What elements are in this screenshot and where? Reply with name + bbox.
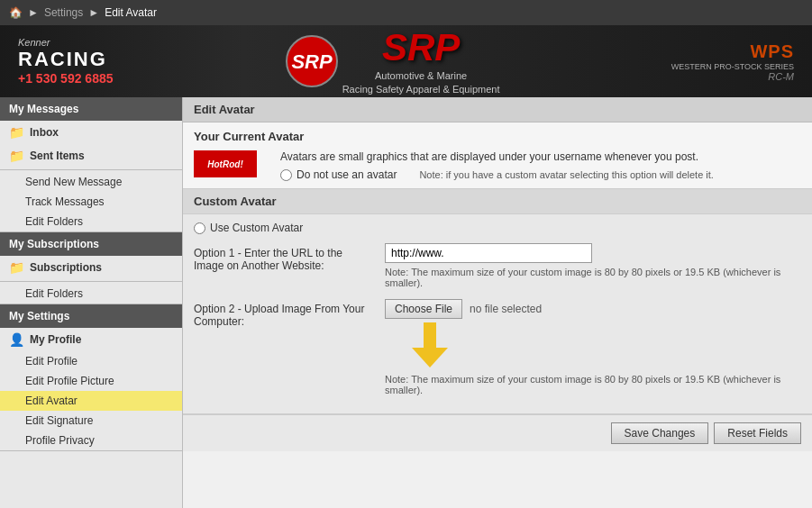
sidebar-item-profile-privacy[interactable]: Profile Privacy xyxy=(0,431,182,450)
sidebar-item-track-messages[interactable]: Track Messages xyxy=(0,192,182,212)
home-icon[interactable]: 🏠 xyxy=(9,6,23,19)
banner-wps-sub: WESTERN PRO-STOCK SERIES xyxy=(671,62,794,71)
divider1 xyxy=(0,169,182,170)
main-layout: My Messages 📁 Inbox 📁 Sent Items Send Ne… xyxy=(0,97,812,508)
banner-srp-text: SRP xyxy=(342,26,500,69)
sidebar-item-edit-folders-subs[interactable]: Edit Folders xyxy=(0,284,182,304)
breadcrumb-separator1: ► xyxy=(28,6,39,19)
inbox-icon: 📁 xyxy=(9,125,24,140)
banner-right: WPS WESTERN PRO-STOCK SERIES RC-M xyxy=(671,41,794,82)
option1-label: Option 1 - Enter the URL to the Image on… xyxy=(194,243,374,272)
banner-phone: +1 530 592 6885 xyxy=(18,71,114,86)
my-settings-header: My Settings xyxy=(0,304,182,328)
sidebar-section-messages: My Messages 📁 Inbox 📁 Sent Items Send Ne… xyxy=(0,97,182,232)
banner-center: SRP SRP Automotive & Marine Racing Safet… xyxy=(285,26,500,97)
sidebar-item-subscriptions[interactable]: 📁 Subscriptions xyxy=(0,256,182,279)
save-changes-button[interactable]: Save Changes xyxy=(611,422,709,444)
use-custom-label: Use Custom Avatar xyxy=(210,222,303,234)
use-custom-radio[interactable] xyxy=(194,222,205,234)
sidebar-section-settings: My Settings 👤 My Profile Edit Profile Ed… xyxy=(0,304,182,451)
arrow-icon xyxy=(412,322,448,367)
banner-racing-text: RACING xyxy=(18,48,114,71)
my-profile-label: My Profile xyxy=(30,333,81,346)
option2-label: Option 2 - Upload Image From Your Comput… xyxy=(194,299,374,328)
my-messages-header: My Messages xyxy=(0,97,182,121)
choose-file-button[interactable]: Choose File xyxy=(385,299,462,319)
banner-wps: WPS xyxy=(750,41,794,62)
svg-text:SRP: SRP xyxy=(291,50,333,73)
content-header: Edit Avatar xyxy=(183,97,812,122)
sidebar-item-edit-avatar[interactable]: Edit Avatar xyxy=(0,391,182,411)
option2-field: Choose File no file selected Note: The m… xyxy=(385,299,801,395)
option1-note: Note: The maximum size of your custom im… xyxy=(385,267,781,288)
sidebar-item-edit-profile-picture[interactable]: Edit Profile Picture xyxy=(0,371,182,391)
no-avatar-label: Do not use an avatar xyxy=(297,168,397,181)
current-avatar-title: Your Current Avatar xyxy=(194,130,801,143)
option2-row: Option 2 - Upload Image From Your Comput… xyxy=(194,299,801,395)
reset-fields-button[interactable]: Reset Fields xyxy=(714,422,801,444)
svg-marker-3 xyxy=(412,348,448,367)
avatar-description: Avatars are small graphics that are disp… xyxy=(280,150,731,163)
subscriptions-icon: 📁 xyxy=(9,260,24,275)
sidebar-item-edit-profile[interactable]: Edit Profile xyxy=(0,351,182,371)
subscriptions-label: Subscriptions xyxy=(30,261,102,274)
custom-avatar-section: Custom Avatar Use Custom Avatar Option 1… xyxy=(183,189,812,414)
no-avatar-radio[interactable] xyxy=(280,169,292,181)
inbox-label: Inbox xyxy=(30,126,59,139)
sidebar-item-edit-folders-messages[interactable]: Edit Folders xyxy=(0,212,182,231)
breadcrumb-settings[interactable]: Settings xyxy=(44,6,83,19)
divider2 xyxy=(0,281,182,282)
sidebar-item-sent[interactable]: 📁 Sent Items xyxy=(0,144,182,168)
breadcrumb-bar: 🏠 ► Settings ► Edit Avatar xyxy=(0,0,812,25)
sidebar-item-edit-signature[interactable]: Edit Signature xyxy=(0,411,182,431)
url-input[interactable] xyxy=(385,243,592,263)
banner-left: Kenner RACING +1 530 592 6885 xyxy=(18,37,114,86)
action-row: Save Changes Reset Fields xyxy=(183,414,812,451)
sent-icon: 📁 xyxy=(9,149,24,163)
avatar-preview: HotRod! xyxy=(194,150,257,177)
avatar-info: Avatars are small graphics that are disp… xyxy=(280,150,801,181)
option1-field: Note: The maximum size of your custom im… xyxy=(385,243,801,288)
sidebar: My Messages 📁 Inbox 📁 Sent Items Send Ne… xyxy=(0,97,183,508)
file-row: Choose File no file selected xyxy=(385,299,801,319)
current-avatar-row: HotRod! Avatars are small graphics that … xyxy=(194,150,801,181)
banner-rcm: RC-M xyxy=(768,71,794,82)
breadcrumb-current: Edit Avatar xyxy=(105,6,157,19)
banner: Kenner RACING +1 530 592 6885 SRP SRP Au… xyxy=(0,25,812,97)
breadcrumb-separator2: ► xyxy=(88,6,99,19)
sidebar-section-subscriptions: My Subscriptions 📁 Subscriptions Edit Fo… xyxy=(0,232,182,304)
no-avatar-note: Note: if you have a custom avatar select… xyxy=(419,169,714,180)
use-custom-row: Use Custom Avatar xyxy=(194,222,801,234)
sent-label: Sent Items xyxy=(30,150,85,162)
banner-srp-sub: Automotive & Marine Racing Safety Appare… xyxy=(342,69,500,97)
current-avatar-section: Your Current Avatar HotRod! Avatars are … xyxy=(183,122,812,189)
custom-avatar-title: Custom Avatar xyxy=(183,189,812,214)
profile-icon: 👤 xyxy=(9,332,24,347)
my-subscriptions-header: My Subscriptions xyxy=(0,232,182,256)
no-file-text: no file selected xyxy=(470,303,542,315)
arrow-container xyxy=(385,322,801,370)
no-avatar-row: Do not use an avatar Note: if you have a… xyxy=(280,168,801,181)
sidebar-item-inbox[interactable]: 📁 Inbox xyxy=(0,121,182,144)
svg-rect-4 xyxy=(424,322,436,349)
banner-emblem: SRP xyxy=(285,34,339,88)
sidebar-item-send-message[interactable]: Send New Message xyxy=(0,172,182,192)
banner-kenner: Kenner xyxy=(18,37,114,48)
content-area: Edit Avatar Your Current Avatar HotRod! … xyxy=(183,97,812,508)
option2-note: Note: The maximum size of your custom im… xyxy=(385,374,781,395)
option1-row: Option 1 - Enter the URL to the Image on… xyxy=(194,243,801,288)
sidebar-item-my-profile[interactable]: 👤 My Profile xyxy=(0,328,182,351)
